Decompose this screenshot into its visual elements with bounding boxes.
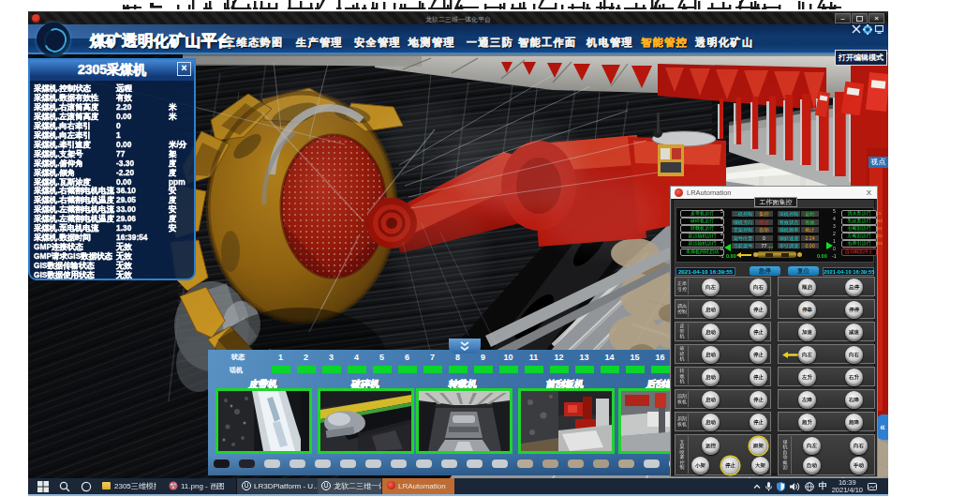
svg-text:U: U (324, 482, 329, 489)
svg-text:U: U (245, 482, 249, 489)
